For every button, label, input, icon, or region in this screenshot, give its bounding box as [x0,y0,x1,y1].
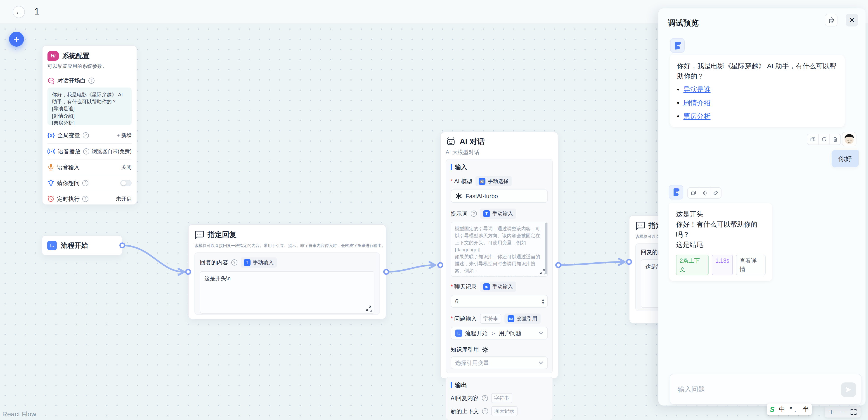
type-badge: 聊天记录 [491,406,518,416]
robot-mini-icon: 🤖 [479,178,486,185]
list-item[interactable]: • 剧情介绍 [677,98,838,108]
quick-link[interactable]: 票房分析 [683,111,711,121]
debug-panel-title: 调试预览 [668,18,699,28]
manual-input-chip[interactable]: T 手动输入 [241,258,277,268]
ime-width[interactable]: 半 [803,405,809,414]
close-icon[interactable]: ✕ [846,14,858,27]
zoom-out-button[interactable]: − [840,408,844,416]
prompt-mode-chip[interactable]: T 手动输入 [480,209,516,219]
delete-icon[interactable] [829,134,840,145]
row-global-variables[interactable]: {x} 全局变量 ? + 新增 [48,127,132,143]
question-source-select[interactable]: I.. 流程开始 ＞ 用户问题 [451,327,548,339]
text-type-icon: T [244,259,250,266]
react-flow-attribution: React Flow [2,410,36,418]
context-count-badge[interactable]: 2条上下文 [676,255,709,275]
clear-chat-button[interactable] [825,14,837,27]
canvas-zoom-controls: + − [825,406,861,418]
voice-icon[interactable] [699,188,710,198]
help-icon[interactable]: ? [471,211,477,217]
edit-icon[interactable] [710,188,721,198]
help-icon[interactable]: ? [83,132,89,139]
model-mode-chip[interactable]: 🤖 手动选择 [475,176,512,186]
handle-ai-out[interactable] [555,262,561,268]
reply-bubble-icon [194,230,204,239]
system-config-title: 系统配置 [62,51,90,61]
copy-icon[interactable] [688,188,699,198]
resize-icon[interactable] [365,305,372,312]
quick-link[interactable]: 剧情介绍 [683,98,711,108]
system-config-desc: 可以配置应用的系统参数。 [48,63,132,70]
opening-chat-icon [48,77,55,84]
welcome-message-bubble: 你好，我是电影《星际穿越》 AI 助手，有什么可以帮助你的？ • 导演是谁 • … [670,55,845,127]
quick-link[interactable]: 导演是谁 [683,84,711,94]
help-icon[interactable]: ? [82,196,88,202]
help-icon[interactable]: ? [82,180,88,186]
list-item[interactable]: • 导演是谁 [677,84,838,94]
hi-chat-icon: Hi [48,51,59,61]
node-flow-start[interactable]: I.. 流程开始 [42,235,122,256]
add-variable-button[interactable]: + 新增 [117,132,132,139]
fit-view-button[interactable] [850,409,857,415]
row-tts[interactable]: 语音播放 ? 浏览器自带(免费) [48,143,132,159]
latency-badge[interactable]: 1.13s [712,255,733,275]
row-schedule[interactable]: 定时执行 ? 未开启 [48,191,132,207]
handle-reply2-in[interactable] [626,259,632,265]
history-count-input[interactable]: 6 ▲▼ [451,295,548,308]
handle-reply1-out[interactable] [383,269,389,275]
copy-icon[interactable] [807,134,818,145]
ime-punct[interactable]: °， [790,405,798,414]
list-item[interactable]: • 票房分析 [677,111,838,121]
help-icon[interactable]: ? [88,78,94,84]
broom-icon [828,17,834,24]
number-stepper[interactable]: ▲▼ [541,298,545,305]
resize-icon[interactable] [539,268,546,275]
chat-input[interactable] [678,374,823,404]
variable-ref-chip[interactable]: {x} 变量引用 [504,313,540,324]
gear-icon[interactable] [482,347,488,353]
row-guess-question[interactable]: 猜你想问 ? [48,175,132,191]
fastgpt-logo-icon [673,41,682,50]
fastgpt-logo-icon [672,188,680,197]
flow-start-mini-icon: I.. [455,330,462,337]
quick-question-list: • 导演是谁 • 剧情介绍 • 票房分析 [677,84,838,121]
back-button[interactable]: ← [13,6,25,18]
node-ai-chat[interactable]: AI 对话 AI 大模型对话 输入 * AI 模型 🤖 手动选择 [440,132,558,379]
scrollbar[interactable] [545,223,547,274]
opening-textarea[interactable]: 你好，我是电影《星际穿越》 AI 助手，有什么可以帮助你的？ [导演是谁] [剧… [48,88,132,125]
ime-mode[interactable]: 中 [779,405,785,414]
guess-question-toggle[interactable] [120,180,132,186]
retry-icon[interactable] [818,134,829,145]
view-detail-button[interactable]: 查看详情 [736,255,766,275]
reply-start-textarea[interactable]: 这是开头\n [200,271,374,314]
ai-avatar [670,38,685,53]
microphone-icon [48,163,54,171]
help-icon[interactable]: ? [482,395,488,401]
user-message-bubble: 你好 [832,150,859,168]
handle-start-out[interactable] [119,242,125,248]
node-reply-start[interactable]: 指定回复 该模块可以直接回复一段指定的内容。常用于引导、提示。非字符串内容传入时… [188,224,386,319]
send-button[interactable] [841,383,856,397]
type-badge: 字符串 [491,393,513,403]
add-node-button[interactable]: + [9,32,24,47]
ime-engine-icon[interactable]: S [770,405,774,414]
app-title: 1 [34,6,39,17]
help-icon[interactable]: ? [83,148,89,154]
history-mode-chip[interactable]: n: 手动输入 [480,281,516,292]
send-icon [845,386,852,393]
handle-ai-in[interactable] [437,262,443,268]
help-icon[interactable]: ? [482,408,488,414]
ai-message-toolbar [687,187,721,199]
help-icon[interactable]: ? [231,260,238,266]
kb-reference-select[interactable]: 选择引用变量 [451,356,548,369]
reply-bubble-icon [636,221,645,230]
model-select[interactable]: FastAI-turbo [451,189,548,203]
user-avatar [842,132,857,146]
user-message-toolbar [807,134,841,145]
ime-toolbar[interactable]: S 中 °， 半 [767,403,812,415]
zoom-in-button[interactable]: + [829,408,833,416]
opening-label: 对话开场白 [57,77,86,84]
openai-logo-icon [455,192,462,200]
row-stt[interactable]: 语音输入 关闭 [48,159,132,175]
prompt-textarea[interactable]: 模型固定的引导词，通过调整该内容，可以引导模型聊天方向。该内容会被固定在上下文的… [451,222,548,277]
handle-reply1-in[interactable] [185,269,191,275]
